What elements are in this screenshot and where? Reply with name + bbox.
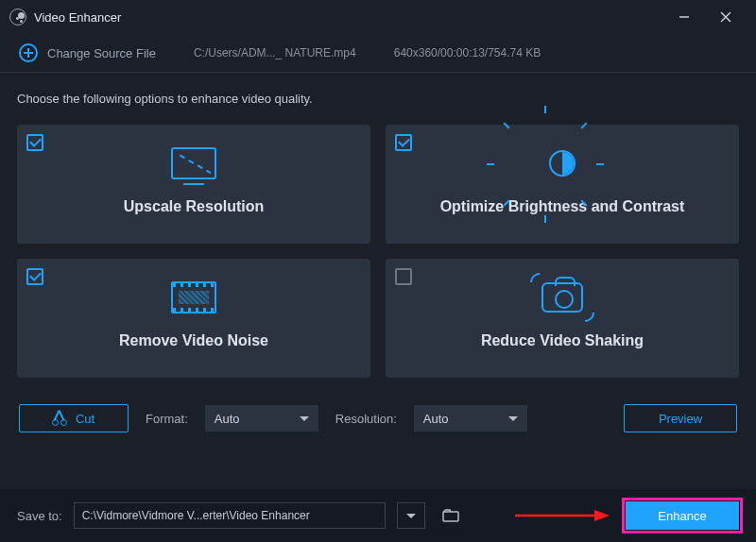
cut-label: Cut — [76, 412, 94, 426]
option-optimize-brightness[interactable]: Optimize Brightness and Contrast — [386, 125, 739, 244]
enhance-label: Enhance — [658, 509, 706, 523]
source-path: C:/Users/ADM..._ NATURE.mp4 — [194, 46, 356, 59]
cut-button[interactable]: Cut — [19, 404, 129, 432]
resolution-label: Resolution: — [335, 412, 397, 426]
enhance-button[interactable]: Enhance — [626, 501, 739, 530]
options-grid: Upscale Resolution Optimize Brightness a… — [17, 125, 739, 378]
caret-down-icon — [508, 416, 518, 421]
source-meta: 640x360/00:00:13/754.74 KB — [394, 46, 541, 59]
resolution-value: Auto — [423, 412, 449, 426]
window-title: Video Enhancer — [34, 10, 663, 25]
save-to-label: Save to: — [17, 509, 62, 523]
format-select[interactable]: Auto — [205, 405, 318, 432]
minimize-button[interactable] — [663, 4, 705, 30]
option-label: Upscale Resolution — [28, 198, 359, 215]
format-label: Format: — [146, 412, 188, 426]
film-icon — [28, 268, 359, 327]
caret-down-icon — [406, 514, 416, 518]
brightness-icon — [397, 134, 728, 193]
camera-shake-icon — [397, 268, 728, 327]
format-value: Auto — [215, 412, 240, 426]
checkbox-upscale[interactable] — [26, 134, 43, 151]
option-label: Remove Video Noise — [28, 332, 359, 349]
change-source-label: Change Source File — [47, 46, 156, 60]
checkbox-deshake[interactable] — [395, 268, 412, 285]
controls-row: Cut Format: Auto Resolution: Auto Previe… — [17, 404, 739, 432]
source-bar: Change Source File C:/Users/ADM..._ NATU… — [0, 34, 756, 72]
main-panel: Choose the following options to enhance … — [0, 73, 756, 432]
preview-label: Preview — [659, 412, 702, 426]
preview-button[interactable]: Preview — [624, 404, 737, 432]
save-path-display: C:\Vidmore\Vidmore V...erter\Video Enhan… — [74, 502, 386, 529]
option-reduce-shaking[interactable]: Reduce Video Shaking — [386, 259, 739, 378]
monitor-icon — [28, 134, 359, 193]
scissors-icon — [53, 412, 66, 425]
save-path-dropdown[interactable] — [397, 502, 425, 529]
checkbox-brightness[interactable] — [395, 134, 412, 151]
caret-down-icon — [300, 416, 309, 421]
titlebar: Video Enhancer — [0, 0, 756, 34]
close-button[interactable] — [705, 4, 747, 30]
change-source-button[interactable]: Change Source File — [19, 43, 156, 62]
instruction-text: Choose the following options to enhance … — [17, 92, 739, 106]
checkbox-denoise[interactable] — [26, 268, 43, 285]
option-remove-noise[interactable]: Remove Video Noise — [17, 259, 370, 378]
resolution-select[interactable]: Auto — [414, 405, 527, 432]
option-label: Optimize Brightness and Contrast — [397, 198, 728, 215]
app-logo-icon — [9, 8, 26, 25]
svg-rect-3 — [443, 512, 458, 521]
plus-circle-icon — [19, 43, 38, 62]
option-label: Reduce Video Shaking — [397, 332, 728, 349]
open-folder-button[interactable] — [437, 502, 465, 529]
option-upscale-resolution[interactable]: Upscale Resolution — [17, 125, 370, 244]
